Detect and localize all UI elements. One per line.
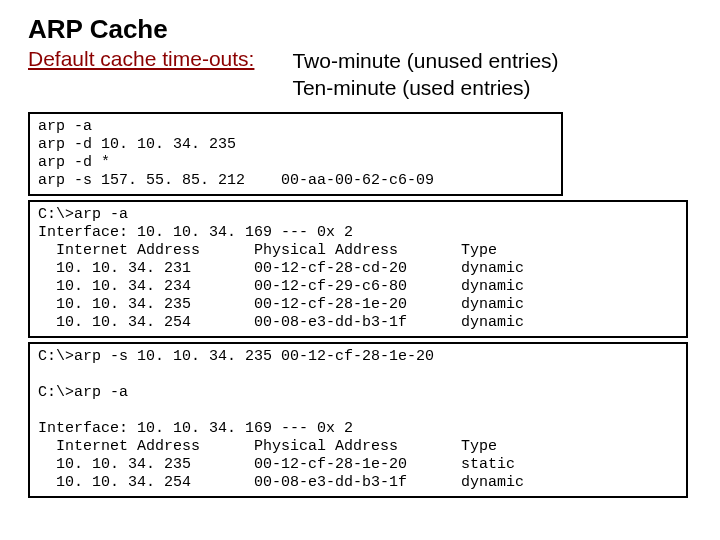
page-title: ARP Cache	[28, 14, 694, 45]
code-block-arp-output-after: C:\>arp -s 10. 10. 34. 235 00-12-cf-28-1…	[28, 342, 688, 498]
code-block-arp-output-before: C:\>arp -a Interface: 10. 10. 34. 169 --…	[28, 200, 688, 338]
page: ARP Cache Default cache time-outs: Two-m…	[0, 0, 720, 512]
subhead-label: Default cache time-outs:	[28, 47, 254, 71]
timeouts-text: Two-minute (unused entries) Ten-minute (…	[292, 47, 558, 102]
subhead-row: Default cache time-outs: Two-minute (unu…	[26, 47, 694, 102]
code-block-commands: arp -a arp -d 10. 10. 34. 235 arp -d * a…	[28, 112, 563, 196]
timeout-line-1: Two-minute (unused entries)	[292, 47, 558, 74]
timeout-line-2: Ten-minute (used entries)	[292, 74, 558, 101]
